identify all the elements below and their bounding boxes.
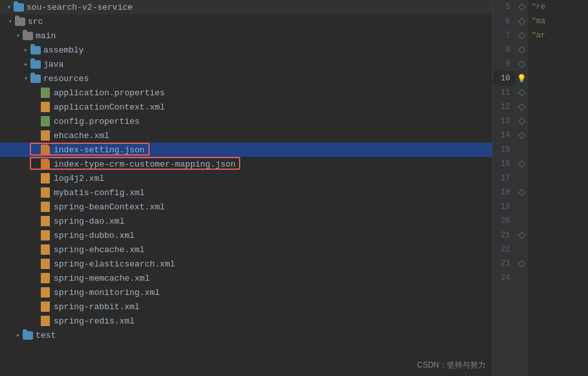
tree-item-applicationContext.xml[interactable]: applicationContext.xml [0,100,492,114]
code-line-20 [528,214,588,228]
xml-file-icon [40,287,52,298]
diamond-marker [518,132,525,139]
tree-item-label: log4j2.xml [54,174,104,183]
tree-item-spring-redis.xml[interactable]: spring-redis.xml [0,314,492,328]
tree-item-spring-beanContext.xml[interactable]: spring-beanContext.xml [0,200,492,214]
gutter-marker-21 [515,228,528,242]
tree-item-application.properties[interactable]: application.properties [0,86,492,100]
code-line-22 [528,242,588,257]
diamond-marker [518,32,525,39]
line-number-24: 24 [493,271,515,285]
tree-item-label: spring-monitoring.xml [54,288,160,298]
gutter-marker-13 [515,114,528,128]
gutter-marker-12 [515,100,528,114]
code-line-12 [528,100,588,114]
code-line-10 [528,71,588,86]
tree-item-spring-rabbit.xml[interactable]: spring-rabbit.xml [0,300,492,314]
tree-item-java[interactable]: java [0,57,492,71]
diamond-marker [518,103,525,110]
folder-blue-icon [30,73,41,84]
tree-item-label: main [36,31,56,41]
line-number-19: 19 [493,200,515,214]
tree-item-resources[interactable]: resources [0,71,492,86]
tree-item-src[interactable]: src [0,14,492,29]
tree-item-label: test [36,331,56,340]
code-area: "re"ma"ar [528,0,588,376]
xml-file-icon [40,315,52,327]
gutter-marker-22 [515,242,528,257]
tree-item-index-type-crm-customer-mapping.json[interactable]: index-type-crm-customer-mapping.json [0,157,492,171]
tree-item-label: applicationContext.xml [54,102,165,112]
gutter-marker-10: 💡 [515,71,528,86]
code-line-23 [528,257,588,271]
tree-item-spring-elasticsearch.xml[interactable]: spring-elasticsearch.xml [0,257,492,271]
xml-file-icon [40,244,52,255]
line-number-7: 7 [493,29,515,43]
xml-file-icon [40,215,52,227]
folder-blue-icon [13,1,25,13]
gutter-marker-5 [515,0,528,14]
line-number-17: 17 [493,171,515,185]
diamond-marker [518,46,525,53]
xml-file-icon [40,130,52,141]
code-line-11 [528,86,588,100]
line-number-15: 15 [493,143,515,157]
gutter-marker-17 [515,171,528,185]
gutter-marker-15 [515,143,528,157]
gutter-marker-16 [515,157,528,171]
tree-item-label: spring-redis.xml [54,316,135,326]
tree-item-label: config.properties [54,117,140,126]
line-number-14: 14 [493,128,515,143]
folder-icon [22,30,34,41]
tree-item-label: java [43,60,63,69]
tree-item-ehcache.xml[interactable]: ehcache.xml [0,128,492,143]
gutter-markers: 💡 [515,0,528,376]
line-number-22: 22 [493,242,515,257]
code-line-24 [528,271,588,285]
tree-item-main[interactable]: main [0,29,492,43]
tree-item-index-setting.json[interactable]: index-setting.json [0,143,492,157]
xml-file-icon [40,187,52,198]
diamond-marker [518,231,525,239]
xml-file-icon [40,301,52,312]
tree-item-label: spring-memcache.xml [54,274,150,283]
gutter-panel: 56789101112131415161718192021222324 💡 "r… [492,0,588,376]
bulb-icon: 💡 [517,74,526,84]
file-tree-panel: sou-search-v2-service srcmainassemblyjav… [0,0,492,376]
diamond-marker [518,18,525,25]
folder-blue-icon [22,329,34,341]
props-file-icon [40,87,52,99]
tree-item-test[interactable]: test [0,328,492,342]
tree-item-assembly[interactable]: assembly [0,43,492,57]
gutter-marker-8 [515,43,528,57]
code-line-16 [528,157,588,171]
diamond-marker [518,3,525,10]
diamond-marker [518,189,525,196]
chevron-icon [5,3,13,11]
tree-item-mybatis-config.xml[interactable]: mybatis-config.xml [0,185,492,200]
root-folder-item[interactable]: sou-search-v2-service [0,0,492,14]
xml-file-icon [40,272,52,284]
props-file-icon [40,115,52,127]
code-line-17 [528,171,588,185]
line-number-23: 23 [493,257,515,271]
tree-item-label: resources [43,74,89,84]
xml-file-icon [40,101,52,113]
tree-item-spring-dao.xml[interactable]: spring-dao.xml [0,214,492,228]
line-number-6: 6 [493,14,515,29]
code-line-7: "ar [528,29,588,43]
json-file-icon [40,144,52,156]
tree-item-spring-monitoring.xml[interactable]: spring-monitoring.xml [0,285,492,300]
tree-item-spring-ehcache.xml[interactable]: spring-ehcache.xml [0,242,492,257]
gutter-marker-23 [515,257,528,271]
tree-item-log4j2.xml[interactable]: log4j2.xml [0,171,492,185]
gutter-marker-11 [515,86,528,100]
tree-item-spring-dubbo.xml[interactable]: spring-dubbo.xml [0,228,492,242]
tree-item-spring-memcache.xml[interactable]: spring-memcache.xml [0,271,492,285]
diamond-marker [518,60,525,67]
xml-file-icon [40,258,52,270]
line-number-21: 21 [493,228,515,242]
tree-item-label: assembly [43,45,84,55]
code-line-8 [528,43,588,57]
tree-item-config.properties[interactable]: config.properties [0,114,492,128]
